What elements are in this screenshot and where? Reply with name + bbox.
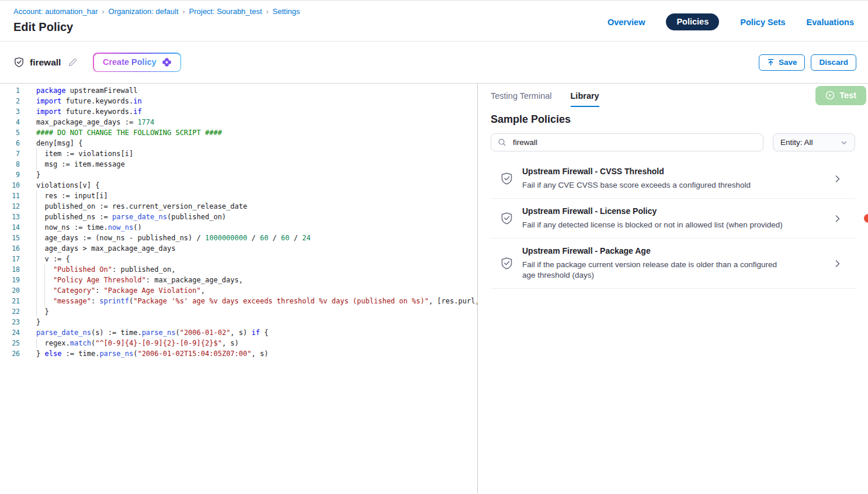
- nav-policies[interactable]: Policies: [666, 13, 719, 30]
- create-policy-label: Create Policy: [103, 57, 157, 67]
- toolbar: firewall Create Policy: [0, 42, 868, 83]
- code-line: 13published_ns := parse_date_ns(publishe…: [0, 212, 477, 222]
- line-number: 24: [0, 327, 20, 338]
- indent-guide: [44, 296, 53, 306]
- shield-check-icon: [500, 172, 513, 185]
- chevron-right-icon[interactable]: [833, 259, 842, 268]
- discard-label: Discard: [819, 58, 848, 67]
- indent-guide: [36, 254, 44, 264]
- code-line: 22}: [0, 306, 477, 317]
- indent-guide: [36, 338, 44, 348]
- shield-check-icon: [500, 257, 513, 270]
- line-number: 7: [0, 148, 20, 159]
- play-circle-icon: [825, 91, 835, 100]
- indent-guide: [36, 296, 44, 306]
- breadcrumb: Account: automation_har›Organization: de…: [13, 7, 300, 16]
- policy-item-package-age[interactable]: Upstream Firewall - Package Age Fail if …: [491, 239, 855, 289]
- tab-testing-terminal[interactable]: Testing Terminal: [491, 91, 552, 107]
- code-line: 20"Category": "Package Age Violation",: [0, 285, 477, 296]
- save-label: Save: [779, 58, 797, 67]
- indent-guide: [36, 243, 44, 254]
- code-line: 4max_package_age_days := 1774: [0, 117, 477, 127]
- edit-pencil-icon[interactable]: [68, 57, 78, 67]
- test-button[interactable]: Test: [815, 86, 866, 105]
- policy-item-description: Fail if any CVE CVSS base score exceeds …: [522, 180, 785, 191]
- line-number: 19: [0, 275, 20, 285]
- line-number: 8: [0, 159, 20, 170]
- search-input[interactable]: [512, 137, 756, 147]
- chevron-right-icon[interactable]: [833, 174, 842, 184]
- discard-button[interactable]: Discard: [811, 54, 856, 71]
- nav-evaluations[interactable]: Evaluations: [807, 18, 854, 27]
- library-panel: Testing Terminal Library Test Sample Pol…: [478, 84, 868, 493]
- code-line: 17v := {: [0, 254, 477, 264]
- code-line: 24parse_date_ns(s) := time.parse_ns("200…: [0, 327, 477, 338]
- indent-guide: [44, 285, 53, 296]
- code-line: 6deny[msg] {: [0, 138, 477, 148]
- chevron-right-icon[interactable]: [833, 214, 842, 223]
- nav-overview[interactable]: Overview: [607, 18, 645, 27]
- line-number: 25: [0, 338, 20, 348]
- page-header: Account: automation_har›Organization: de…: [0, 0, 868, 42]
- code-line: 10violations[v] {: [0, 180, 477, 191]
- code-line: 1package upstreamFirewall: [0, 85, 477, 96]
- indent-guide: [36, 201, 44, 212]
- line-number: 12: [0, 201, 20, 212]
- indent-guide: [36, 159, 44, 170]
- line-number: 21: [0, 296, 20, 306]
- breadcrumb-separator: ›: [266, 8, 269, 16]
- breadcrumb-settings[interactable]: Settings: [273, 7, 300, 16]
- indent-guide: [36, 233, 44, 243]
- indent-guide: [36, 306, 44, 317]
- code-line: 23}: [0, 317, 477, 327]
- line-number: 16: [0, 243, 20, 254]
- indent-guide: [36, 212, 44, 222]
- breadcrumb-organization[interactable]: Organization: default: [109, 7, 179, 16]
- ai-clover-icon: [162, 57, 172, 67]
- indent-guide: [36, 191, 44, 201]
- breadcrumb-account[interactable]: Account: automation_har: [13, 7, 98, 16]
- line-number: 9: [0, 170, 20, 180]
- breadcrumb-project[interactable]: Project: Sourabh_test: [189, 7, 262, 16]
- line-number: 18: [0, 264, 20, 275]
- workspace: 1package upstreamFirewall2import future.…: [0, 83, 868, 493]
- code-line: 12published_on := res.current_version_re…: [0, 201, 477, 212]
- page-title: Edit Policy: [13, 20, 300, 34]
- code-line: 15age_days := (now_ns - published_ns) / …: [0, 233, 477, 243]
- top-nav: Overview Policies Policy Sets Evaluation…: [607, 13, 854, 30]
- indent-guide: [36, 285, 44, 296]
- code-editor[interactable]: 1package upstreamFirewall2import future.…: [0, 84, 478, 493]
- line-number: 1: [0, 85, 20, 96]
- save-button[interactable]: Save: [759, 54, 805, 71]
- line-number: 23: [0, 317, 20, 327]
- indent-guide: [44, 275, 53, 285]
- line-number: 5: [0, 127, 20, 138]
- line-number: 4: [0, 117, 20, 127]
- indent-guide: [36, 222, 44, 233]
- policy-item-description: Fail if any detected license is blocked …: [522, 220, 785, 230]
- create-policy-button-border: Create Policy: [93, 53, 181, 72]
- create-policy-button[interactable]: Create Policy: [94, 54, 180, 71]
- test-button-label: Test: [839, 91, 856, 100]
- entity-filter-dropdown[interactable]: Entity: All: [773, 133, 855, 151]
- nav-policy-sets[interactable]: Policy Sets: [740, 18, 785, 27]
- policy-item-cvss-threshold[interactable]: Upstream Firewall - CVSS Threshold Fail …: [491, 159, 855, 199]
- breadcrumb-separator: ›: [183, 8, 185, 16]
- panel-tabs: Testing Terminal Library: [491, 91, 855, 107]
- code-line: 26} else := time.parse_ns("2006-01-02T15…: [0, 348, 477, 359]
- code-line: 7item := violations[i]: [0, 148, 477, 159]
- code-line: 19"Policy Age Threshold": max_package_ag…: [0, 275, 477, 285]
- line-number: 22: [0, 306, 20, 317]
- search-icon: [498, 138, 506, 147]
- search-box: [491, 133, 763, 151]
- line-number: 10: [0, 180, 20, 191]
- upload-icon: [767, 58, 775, 66]
- code-line: 14now_ns := time.now_ns(): [0, 222, 477, 233]
- policy-item-license-policy[interactable]: Upstream Firewall - License Policy Fail …: [491, 199, 855, 239]
- tab-library[interactable]: Library: [571, 91, 599, 107]
- code-line: 9}: [0, 170, 477, 180]
- code-line: 16age_days > max_package_age_days: [0, 243, 477, 254]
- code-line: 25regex.match("^[0-9]{4}-[0-9]{2}-[0-9]{…: [0, 338, 477, 348]
- line-number: 15: [0, 233, 20, 243]
- line-number: 2: [0, 96, 20, 106]
